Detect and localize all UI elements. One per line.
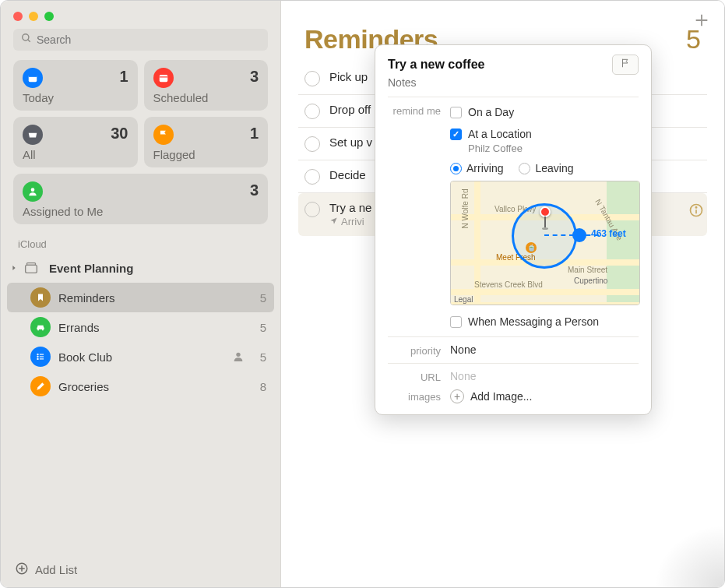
- search-field[interactable]: [13, 29, 268, 51]
- page-curl-decoration: [654, 525, 724, 587]
- list-row-book-club[interactable]: Book Club 5: [7, 342, 274, 371]
- smart-label: All: [23, 148, 128, 161]
- arriving-label: Arriving: [466, 162, 503, 174]
- complete-toggle[interactable]: [304, 71, 320, 86]
- list-name: Groceries: [58, 380, 251, 393]
- flag-button[interactable]: [612, 55, 639, 75]
- smart-count: 30: [111, 125, 128, 143]
- location-name[interactable]: Philz Coffee: [468, 143, 640, 154]
- plus-icon: [693, 18, 710, 31]
- add-list-button[interactable]: Add List: [1, 552, 280, 587]
- list-group-event-planning[interactable]: Event Planning: [7, 253, 274, 283]
- smart-list-today[interactable]: 1 Today: [13, 60, 138, 111]
- car-icon: [30, 317, 51, 337]
- app-window: 1 Today 3 Scheduled 30: [0, 0, 725, 588]
- map-pin-icon: [540, 206, 551, 230]
- list-row-errands[interactable]: Errands 5: [7, 312, 274, 342]
- at-a-location-label: At a Location: [468, 128, 532, 140]
- minimize-window-button[interactable]: [29, 12, 38, 21]
- list-name: Errands: [58, 321, 251, 334]
- leaving-radio[interactable]: Leaving: [519, 162, 573, 174]
- list-count: 5: [251, 350, 266, 364]
- map-poi-label: Legal: [454, 295, 473, 304]
- sidebar: 1 Today 3 Scheduled 30: [1, 1, 281, 587]
- checkbox-icon[interactable]: [450, 129, 462, 140]
- on-a-day-checkbox-row[interactable]: On a Day: [450, 104, 640, 121]
- svg-point-13: [37, 356, 38, 357]
- list-row-groceries[interactable]: Groceries 8: [7, 371, 274, 401]
- new-reminder-button[interactable]: [693, 12, 710, 32]
- complete-toggle[interactable]: [304, 169, 320, 185]
- flag-icon: [153, 125, 174, 145]
- list-name: Book Club: [58, 350, 232, 364]
- smart-list-all[interactable]: 30 All: [13, 117, 138, 167]
- url-row[interactable]: URL None: [375, 367, 651, 386]
- smart-label: Flagged: [153, 148, 259, 161]
- popover-title[interactable]: Try a new coffee: [388, 58, 485, 72]
- when-messaging-checkbox-row[interactable]: When Messaging a Person: [450, 313, 640, 330]
- plus-circle-icon: +: [450, 389, 464, 403]
- flag-outline-icon: [620, 58, 631, 72]
- smart-count: 3: [250, 181, 259, 199]
- arriving-radio[interactable]: Arriving: [450, 162, 503, 174]
- folder-stack-icon: [21, 258, 41, 278]
- smart-count: 1: [250, 125, 259, 143]
- disclosure-triangle-icon[interactable]: [10, 264, 21, 272]
- list-row-reminders[interactable]: Reminders 5: [7, 283, 274, 312]
- remind-me-section: remind me On a Day At a Location Philz C…: [375, 100, 651, 333]
- geofence-map[interactable]: Vallco Pkwy N Wolfe Rd N Tantau Ave Stev…: [450, 181, 640, 305]
- calendar-icon: [153, 68, 174, 88]
- svg-rect-8: [27, 263, 36, 266]
- complete-toggle[interactable]: [304, 202, 320, 217]
- svg-rect-3: [29, 75, 37, 77]
- search-input[interactable]: [37, 33, 260, 46]
- smart-count: 1: [119, 68, 128, 86]
- checkbox-icon[interactable]: [450, 107, 462, 118]
- smart-list-scheduled[interactable]: 3 Scheduled: [144, 60, 269, 111]
- radio-icon[interactable]: [450, 163, 462, 174]
- map-road-label: N Wolfe Rd: [461, 189, 470, 229]
- checkbox-icon[interactable]: [450, 316, 462, 328]
- location-arrow-icon: [329, 216, 341, 227]
- add-image-label: Add Image...: [470, 390, 532, 403]
- reminder-details-popover: Try a new coffee remind me On a Day At a…: [375, 44, 652, 415]
- info-button[interactable]: [688, 202, 704, 221]
- radio-icon[interactable]: [519, 163, 530, 174]
- priority-row[interactable]: priority None: [375, 340, 651, 360]
- lists-section: Event Planning Reminders 5 Errands 5: [1, 253, 280, 401]
- smart-list-flagged[interactable]: 1 Flagged: [144, 117, 269, 167]
- window-controls: [1, 1, 280, 29]
- priority-label: priority: [388, 343, 450, 357]
- close-window-button[interactable]: [13, 12, 23, 21]
- list-count: 5: [251, 321, 266, 334]
- remind-me-label: remind me: [388, 104, 450, 117]
- map-area-label: Cupertino: [574, 276, 607, 285]
- smart-lists: 1 Today 3 Scheduled 30: [1, 60, 280, 224]
- complete-toggle[interactable]: [304, 104, 320, 119]
- smart-label: Today: [23, 91, 128, 104]
- geofence-radius-handle[interactable]: [572, 228, 586, 242]
- account-header: iCloud: [1, 224, 280, 253]
- complete-toggle[interactable]: [304, 136, 320, 152]
- add-image-button[interactable]: + Add Image...: [450, 389, 639, 403]
- smart-label: Assigned to Me: [23, 205, 259, 218]
- priority-value[interactable]: None: [450, 343, 639, 356]
- list-count: 8: [251, 380, 266, 393]
- bookmark-icon: [30, 287, 51, 308]
- map-road-label: Main Street: [568, 266, 607, 274]
- zoom-window-button[interactable]: [44, 12, 54, 21]
- url-value[interactable]: None: [450, 370, 639, 382]
- notes-field[interactable]: [375, 76, 651, 93]
- svg-line-1: [28, 40, 30, 42]
- person-icon: [23, 181, 43, 202]
- svg-point-6: [31, 188, 35, 192]
- svg-rect-4: [159, 75, 167, 82]
- calendar-today-icon: [23, 68, 43, 88]
- svg-point-11: [37, 354, 38, 355]
- pencil-icon: [30, 376, 51, 396]
- smart-list-assigned[interactable]: 3 Assigned to Me: [13, 174, 268, 224]
- svg-point-15: [37, 358, 38, 359]
- svg-point-17: [236, 353, 240, 357]
- at-a-location-checkbox-row[interactable]: At a Location: [450, 125, 640, 143]
- leaving-label: Leaving: [535, 162, 573, 174]
